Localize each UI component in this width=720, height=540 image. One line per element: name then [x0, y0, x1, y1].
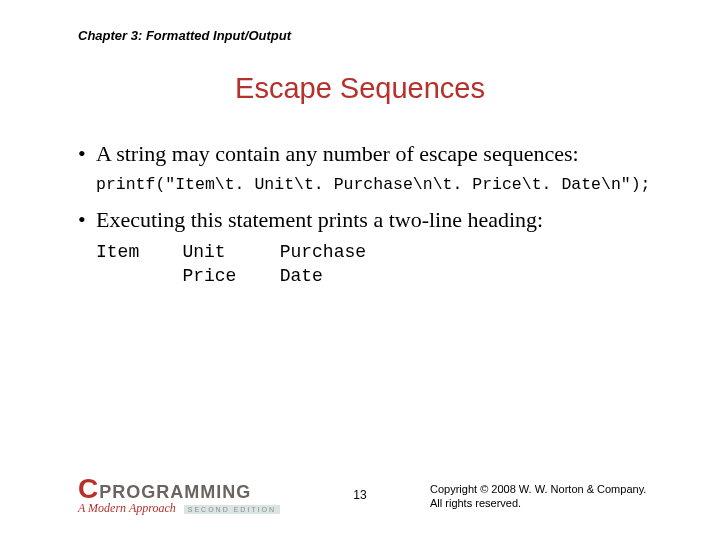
logo-edition: SECOND EDITION	[184, 505, 280, 514]
output-block: Item Unit Purchase Price Date	[96, 240, 660, 288]
logo-subtitle: A Modern Approach	[78, 501, 176, 516]
copyright-text: Copyright © 2008 W. W. Norton & Company.…	[430, 482, 660, 510]
bullet-item: • Executing this statement prints a two-…	[78, 206, 660, 234]
bullet-text: A string may contain any number of escap…	[96, 140, 579, 168]
code-line: printf("Item\t. Unit\t. Purchase\n\t. Pr…	[96, 174, 660, 196]
chapter-header: Chapter 3: Formatted Input/Output	[78, 28, 291, 43]
bullet-text: Executing this statement prints a two-li…	[96, 206, 543, 234]
footer: C PROGRAMMING A Modern Approach SECOND E…	[0, 472, 720, 522]
bullet-marker: •	[78, 140, 96, 168]
bullet-marker: •	[78, 206, 96, 234]
bullet-item: • A string may contain any number of esc…	[78, 140, 660, 168]
slide-title: Escape Sequences	[0, 72, 720, 105]
slide-body: • A string may contain any number of esc…	[78, 140, 660, 288]
